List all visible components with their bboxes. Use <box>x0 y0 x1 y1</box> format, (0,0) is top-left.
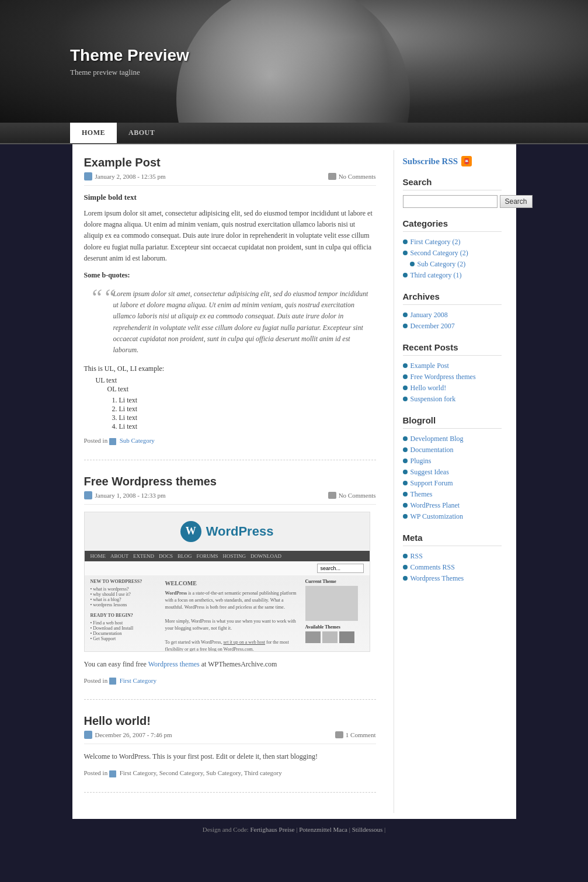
recent-link-3[interactable]: Hello world! <box>410 384 447 393</box>
blogroll-link-7[interactable]: WordPress Planet <box>410 501 460 510</box>
category-item-3: Sub Category (2) <box>403 259 502 270</box>
footer-link-3[interactable]: Stilldessous <box>352 826 383 833</box>
page-footer: Design and Code: Fertighaus Preise | Pot… <box>0 819 588 840</box>
blogroll-list: Development Blog Documentation Plugins S… <box>403 433 502 522</box>
wp-themes-link[interactable]: Wordpress themes <box>148 660 200 668</box>
bullet-icon <box>403 363 408 368</box>
category-link-2[interactable]: Second Category (2) <box>410 249 468 258</box>
archive-link-1[interactable]: January 2008 <box>410 311 448 320</box>
recent-link-1[interactable]: Example Post <box>410 362 449 370</box>
post-date-area-hw: December 26, 2007 - 7:46 pm <box>84 731 172 739</box>
bullet-icon <box>403 492 408 496</box>
sidebar: Subscribe RSS 📮 Search Search Categories… <box>394 150 510 813</box>
post-meta-example: January 2, 2008 - 12:35 pm No Comments <box>84 172 376 186</box>
blogroll-item-4: Suggest Ideas <box>403 467 502 478</box>
post-comments-example[interactable]: No Comments <box>328 173 376 180</box>
blogroll-title: Blogroll <box>403 415 502 429</box>
post-hello-world: Hello world! December 26, 2007 - 7:46 pm… <box>84 714 376 793</box>
bullet-icon <box>403 503 408 508</box>
wp-content-area: NEW TO WORDPRESS? • what is wordpress? •… <box>85 575 370 652</box>
blogroll-item-3: Plugins <box>403 456 502 467</box>
post-footer-hw: Posted in First Category, Second Categor… <box>84 769 376 777</box>
wp-search-input[interactable] <box>317 564 364 573</box>
search-form: Search <box>403 195 502 208</box>
wp-nav-bar: HOME ABOUT EXTEND DOCS BLOG FORUMS HOSTI… <box>85 551 370 561</box>
post-date-area: January 2, 2008 - 12:35 pm <box>84 172 166 180</box>
post-comments-hw[interactable]: 1 Comment <box>335 731 376 738</box>
category-item-1: First Category (2) <box>403 237 502 248</box>
recent-post-4: Suspension fork <box>403 394 502 405</box>
nav-about[interactable]: ABOUT <box>117 123 166 143</box>
bullet-icon <box>410 262 415 266</box>
recent-link-2[interactable]: Free Wordpress themes <box>410 373 476 381</box>
archive-link-2[interactable]: December 2007 <box>410 322 455 331</box>
post-comments-wp[interactable]: No Comments <box>328 492 376 499</box>
li-item-2: Li text <box>119 405 376 414</box>
footer-link-1[interactable]: Fertighaus Preise <box>250 826 294 833</box>
blogroll-section: Blogroll Development Blog Documentation … <box>403 415 502 522</box>
recent-post-2: Free Wordpress themes <box>403 371 502 383</box>
blogroll-link-6[interactable]: Themes <box>410 490 433 499</box>
blogroll-link-3[interactable]: Plugins <box>410 457 432 466</box>
bullet-icon <box>403 447 408 452</box>
b-quotes-label: Some b-quotes: <box>84 271 376 280</box>
ol-item: OL text Li text Li text Li text Li text <box>107 385 376 431</box>
post-category-link-example[interactable]: Sub Category <box>120 437 155 444</box>
nav-home[interactable]: HOME <box>70 123 117 143</box>
post-date-hw: December 26, 2007 - 7:46 pm <box>95 731 172 738</box>
bullet-icon <box>403 397 408 401</box>
bullet-icon <box>403 312 408 317</box>
bullet-icon <box>403 273 408 277</box>
footer-link-2[interactable]: Potenzmittel Maca <box>299 826 347 833</box>
recent-post-1: Example Post <box>403 360 502 371</box>
comment-icon-hw <box>335 731 343 738</box>
recent-posts-list: Example Post Free Wordpress themes Hello… <box>403 360 502 405</box>
archives-section: Archives January 2008 December 2007 <box>403 291 502 332</box>
post-category-link-wp[interactable]: First Category <box>120 677 156 684</box>
category-link-1[interactable]: First Category (2) <box>410 238 461 246</box>
post-title-wp[interactable]: Free Wordpress themes <box>84 475 376 488</box>
bullet-icon <box>403 386 408 390</box>
bullet-icon <box>403 576 408 581</box>
li-item-3: Li text <box>119 414 376 422</box>
wp-search-bar <box>85 561 370 575</box>
post-title-example[interactable]: Example Post <box>84 156 376 169</box>
blogroll-link-1[interactable]: Development Blog <box>410 435 464 443</box>
meta-link-3[interactable]: Wordpress Themes <box>410 574 464 583</box>
post-meta-wp: January 1, 2008 - 12:33 pm No Comments <box>84 491 376 505</box>
archive-item-1: January 2008 <box>403 310 502 321</box>
category-item-4: Third category (1) <box>403 270 502 281</box>
search-button[interactable]: Search <box>500 195 533 208</box>
category-link-4[interactable]: Third category (1) <box>410 271 462 280</box>
recent-posts-title: Recent Posts <box>403 342 502 356</box>
post-footer-wp: Posted in First Category <box>84 677 376 685</box>
wp-logo-icon: W <box>180 521 201 542</box>
category-link-3[interactable]: Sub Category (2) <box>417 260 466 269</box>
recent-posts-section: Recent Posts Example Post Free Wordpress… <box>403 342 502 405</box>
meta-link-2[interactable]: Comments RSS <box>410 563 455 572</box>
post-title-hw[interactable]: Hello world! <box>84 714 376 728</box>
list-label: This is UL, OL, LI example: UL text OL t… <box>84 364 376 431</box>
calendar-icon-wp <box>84 491 92 499</box>
rss-section: Subscribe RSS 📮 <box>403 156 502 166</box>
post-example: Example Post January 2, 2008 - 12:35 pm … <box>84 156 376 460</box>
search-input[interactable] <box>403 195 497 208</box>
categories-section: Categories First Category (2) Second Cat… <box>403 218 502 281</box>
site-tagline: Theme preview tagline <box>70 68 189 77</box>
post-wordpress-themes: Free Wordpress themes January 1, 2008 - … <box>84 475 376 700</box>
bullet-icon <box>403 470 408 474</box>
post-meta-hw: December 26, 2007 - 7:46 pm 1 Comment <box>84 731 376 744</box>
blogroll-link-8[interactable]: WP Customization <box>410 512 464 521</box>
blogroll-link-5[interactable]: Support Forum <box>410 479 453 488</box>
bullet-icon <box>403 251 408 255</box>
calendar-icon-hw <box>84 731 92 739</box>
categories-list: First Category (2) Second Category (2) S… <box>403 237 502 281</box>
main-content: Example Post January 2, 2008 - 12:35 pm … <box>72 150 388 813</box>
calendar-icon <box>84 172 92 180</box>
rss-title[interactable]: Subscribe RSS 📮 <box>403 156 502 166</box>
blogroll-link-2[interactable]: Documentation <box>410 446 454 454</box>
meta-link-1[interactable]: RSS <box>410 552 423 561</box>
recent-link-4[interactable]: Suspension fork <box>410 395 456 404</box>
blogroll-link-4[interactable]: Suggest Ideas <box>410 468 449 477</box>
bullet-icon <box>403 514 408 519</box>
